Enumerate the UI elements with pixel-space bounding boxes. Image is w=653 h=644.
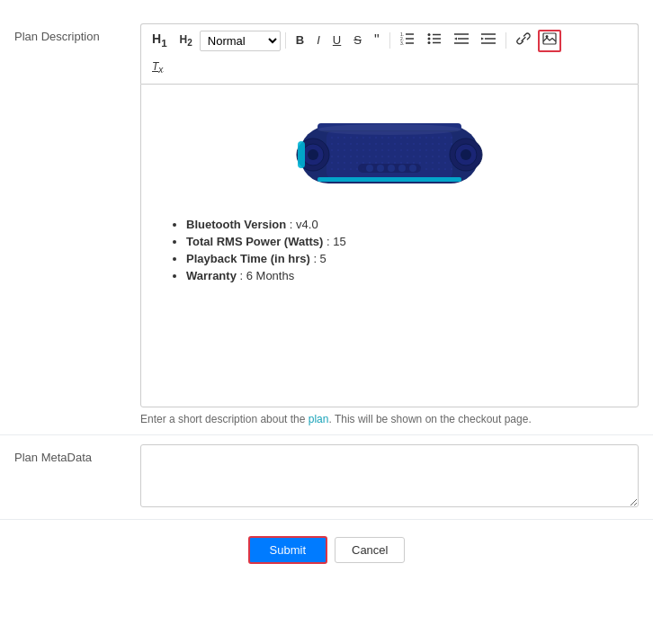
italic-button[interactable]: I (311, 30, 326, 51)
svg-rect-82 (438, 149, 440, 151)
submit-label: Submit (270, 543, 306, 557)
svg-point-156 (388, 165, 395, 172)
underline-label: U (333, 32, 341, 49)
italic-label: I (317, 32, 320, 49)
svg-rect-102 (438, 156, 440, 157)
bold-label: B (296, 32, 304, 49)
svg-point-158 (409, 165, 416, 172)
plan-metadata-label: Plan MetaData (14, 444, 140, 466)
image-button[interactable] (538, 30, 561, 52)
svg-point-159 (318, 124, 461, 135)
svg-rect-63 (444, 143, 446, 145)
svg-rect-76 (400, 149, 402, 151)
indent-decrease-button[interactable] (449, 30, 474, 52)
ordered-list-button[interactable]: 1. 2. 3. (395, 30, 420, 52)
svg-rect-113 (381, 162, 383, 164)
svg-rect-45 (331, 143, 333, 145)
hint-link[interactable]: plan (309, 413, 329, 425)
underline-button[interactable]: U (327, 30, 346, 51)
svg-rect-105 (331, 162, 333, 164)
editor-content[interactable]: Bluetooth Version : v4.0 Total RMS Power… (140, 84, 639, 407)
svg-rect-107 (344, 162, 345, 164)
h1-button[interactable]: H1 (147, 28, 173, 53)
editor-toolbar: H1 H2 Normal Heading 1 Heading 2 Heading… (140, 23, 639, 84)
svg-rect-143 (444, 168, 446, 170)
svg-point-155 (377, 165, 384, 172)
svg-rect-47 (344, 143, 345, 145)
svg-rect-44 (451, 137, 452, 139)
svg-rect-128 (350, 168, 352, 170)
clear-format-button[interactable]: Tx (147, 57, 168, 79)
link-button[interactable] (511, 30, 536, 52)
svg-rect-56 (400, 143, 402, 145)
svg-rect-71 (369, 149, 371, 151)
blockquote-button[interactable]: " (369, 28, 385, 53)
svg-marker-19 (481, 37, 484, 40)
svg-rect-62 (438, 143, 440, 145)
svg-rect-73 (381, 149, 383, 151)
svg-rect-89 (356, 156, 358, 157)
svg-rect-111 (369, 162, 371, 164)
indent-increase-button[interactable] (476, 30, 501, 52)
svg-point-6 (427, 33, 430, 36)
svg-rect-120 (425, 162, 427, 164)
metadata-textarea[interactable] (140, 444, 639, 507)
cancel-button[interactable]: Cancel (335, 537, 405, 563)
svg-marker-15 (454, 37, 457, 40)
svg-rect-86 (337, 156, 339, 157)
svg-rect-95 (394, 156, 396, 157)
metadata-label-text: Plan MetaData (14, 451, 92, 464)
svg-rect-92 (375, 156, 377, 157)
svg-rect-40 (425, 137, 427, 139)
toolbar-separator-3 (505, 32, 506, 49)
svg-rect-57 (407, 143, 408, 145)
clear-format-label: Tx (152, 59, 163, 76)
blockquote-icon: " (374, 31, 380, 50)
format-select[interactable]: Normal Heading 1 Heading 2 Heading 3 Hea… (200, 31, 281, 51)
spec-warranty: Warranty : 6 Months (186, 269, 627, 282)
h2-button[interactable]: H2 (174, 30, 198, 52)
svg-rect-129 (356, 168, 358, 170)
svg-rect-116 (400, 162, 402, 164)
page-container: Plan Description H1 H2 Normal Heading 1 … (0, 0, 653, 644)
svg-rect-108 (350, 162, 352, 164)
unordered-list-icon (427, 32, 442, 49)
hint-part1: Enter a short description about the (140, 413, 309, 425)
svg-rect-54 (388, 143, 389, 145)
plan-metadata-row: Plan MetaData (0, 435, 653, 520)
svg-rect-29 (356, 137, 358, 139)
svg-rect-94 (388, 156, 389, 157)
svg-rect-125 (331, 168, 333, 170)
h1-label: H1 (152, 31, 167, 50)
submit-button[interactable]: Submit (248, 536, 327, 564)
svg-rect-25 (331, 137, 333, 139)
svg-rect-103 (444, 156, 446, 157)
strikethrough-button[interactable]: S (348, 30, 367, 51)
svg-rect-78 (413, 149, 415, 151)
svg-rect-51 (369, 143, 371, 145)
svg-rect-100 (425, 156, 427, 157)
svg-rect-98 (413, 156, 415, 157)
svg-rect-99 (419, 156, 421, 157)
unordered-list-button[interactable] (422, 30, 447, 52)
bold-button[interactable]: B (291, 30, 309, 51)
svg-rect-33 (381, 137, 383, 139)
svg-rect-85 (331, 156, 333, 157)
svg-rect-115 (394, 162, 396, 164)
svg-point-7 (427, 37, 430, 40)
svg-rect-96 (400, 156, 402, 157)
spec-playback: Playback Time (in hrs) : 5 (186, 252, 627, 265)
svg-rect-74 (388, 149, 389, 151)
toolbar-row-1: H1 H2 Normal Heading 1 Heading 2 Heading… (147, 28, 561, 53)
plan-description-label: Plan Description (14, 23, 140, 45)
svg-rect-31 (369, 137, 371, 139)
svg-rect-144 (451, 168, 452, 170)
svg-rect-64 (451, 143, 452, 145)
svg-rect-65 (331, 149, 333, 151)
svg-rect-140 (425, 168, 427, 170)
svg-rect-88 (350, 156, 352, 157)
svg-rect-59 (419, 143, 421, 145)
speaker-image-container (152, 110, 627, 200)
svg-rect-69 (356, 149, 358, 151)
svg-point-150 (461, 149, 471, 160)
